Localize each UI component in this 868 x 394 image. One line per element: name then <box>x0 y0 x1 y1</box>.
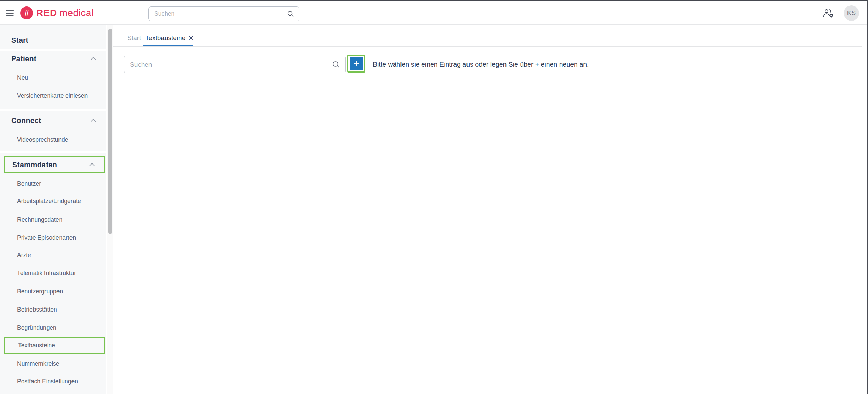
sidebar-group-label: Stammdaten <box>12 161 57 169</box>
sidebar-item-label: Nummernkreise <box>17 360 60 367</box>
sidebar-item-betriebsstaetten[interactable]: Betriebsstätten <box>0 303 106 316</box>
entry-search-input[interactable] <box>124 61 332 68</box>
sidebar-item-label: Neu <box>17 74 28 81</box>
sidebar-item-label: Videosprechstunde <box>17 136 68 143</box>
sidebar-item-videosprechstunde[interactable]: Videosprechstunde <box>0 133 106 146</box>
search-icon <box>287 10 294 18</box>
empty-state-message: Bitte wählen sie einen Eintrag aus oder … <box>373 61 589 68</box>
close-tab-icon[interactable]: × <box>188 35 193 41</box>
sidebar-item-label: Telematik Infrastruktur <box>17 270 76 277</box>
brand-logo[interactable]: # RED medical <box>20 1 94 25</box>
sidebar-group-label: Connect <box>11 117 41 125</box>
tab-label: Textbausteine <box>145 34 185 42</box>
tab-textbausteine[interactable]: Textbausteine × <box>145 32 193 43</box>
sidebar-item-label: Postfach Einstellungen <box>17 378 78 385</box>
sidebar-group-connect[interactable]: Connect <box>0 114 106 128</box>
entry-search-box <box>124 56 346 73</box>
sidebar-item-label: Rechnungsdaten <box>17 216 62 223</box>
sidebar-item-private-episodenarten[interactable]: Private Episodenarten <box>0 231 106 245</box>
sidebar-item-nummernkreise[interactable]: Nummernkreise <box>0 357 106 370</box>
add-entry-focus-ring: + <box>347 55 365 73</box>
sidebar-item-postfach-einstellungen[interactable]: Postfach Einstellungen <box>0 375 106 388</box>
sidebar-item-versichertenkarte-einlesen[interactable]: Versichertenkarte einlesen <box>0 89 106 103</box>
chevron-up-icon <box>91 57 96 62</box>
sidebar-item-benutzer[interactable]: Benutzer <box>0 177 106 191</box>
sidebar-item-arbeitsplaetze-endgeraete[interactable]: Arbeitsplätze/Endgeräte <box>0 194 106 208</box>
chevron-up-icon <box>89 163 95 168</box>
sidebar-group-label: Patient <box>11 55 36 63</box>
sidebar: Start Patient Neu Versichertenkarte einl… <box>0 25 113 394</box>
tab-bar: Start Textbausteine × <box>113 25 862 46</box>
app-window: # RED medical <box>0 0 868 394</box>
sidebar-item-label: Begründungen <box>17 324 56 331</box>
add-entry-button[interactable]: + <box>350 57 363 70</box>
sidebar-item-label: Benutzergruppen <box>17 288 63 295</box>
sidebar-item-start[interactable]: Start <box>0 34 106 47</box>
main-content: Start Textbausteine × + Bitte wählen sie… <box>113 25 862 394</box>
sidebar-group-patient[interactable]: Patient <box>0 52 106 66</box>
chevron-up-icon <box>91 119 96 124</box>
sidebar-item-label: Benutzer <box>17 180 41 187</box>
brand-hash-icon: # <box>20 6 33 19</box>
hamburger-bar <box>6 13 14 14</box>
sidebar-item-label: Arbeitsplätze/Endgeräte <box>17 198 81 205</box>
sidebar-item-label: Versichertenkarte einlesen <box>17 92 88 100</box>
sidebar-item-label: Ärzte <box>17 252 31 259</box>
brand-name-bold: RED <box>36 8 57 18</box>
sidebar-item-aerzte[interactable]: Ärzte <box>0 248 106 262</box>
hamburger-bar <box>6 10 14 11</box>
sidebar-item-benutzergruppen[interactable]: Benutzergruppen <box>0 285 106 298</box>
sidebar-scrollbar-track[interactable] <box>107 25 113 394</box>
sidebar-item-label: Betriebsstätten <box>17 306 57 313</box>
search-icon <box>332 60 340 69</box>
topbar-right-actions: KS <box>822 1 859 25</box>
sidebar-item-telematik-infrastruktur[interactable]: Telematik Infrastruktur <box>0 266 106 280</box>
hamburger-bar <box>6 15 14 16</box>
global-search-input[interactable] <box>149 10 287 17</box>
sidebar-item-rechnungsdaten[interactable]: Rechnungsdaten <box>0 213 106 226</box>
sidebar-group-stammdaten[interactable]: Stammdaten <box>4 156 105 173</box>
sidebar-item-label: Textbausteine <box>18 342 55 349</box>
sidebar-item-neu[interactable]: Neu <box>0 71 106 84</box>
sidebar-item-textbausteine[interactable]: Textbausteine <box>4 337 105 354</box>
top-bar: # RED medical <box>0 1 868 25</box>
sidebar-item-label: Private Episodenarten <box>17 234 76 241</box>
tab-start[interactable]: Start <box>127 32 141 43</box>
tab-label: Start <box>127 34 141 42</box>
sidebar-scrollbar-thumb[interactable] <box>108 29 112 234</box>
brand-name-light: medical <box>60 8 94 18</box>
tab-bar-divider <box>113 46 862 47</box>
global-search-box <box>148 6 299 21</box>
hamburger-menu-icon[interactable] <box>6 10 14 16</box>
sidebar-item-label: Start <box>11 36 28 45</box>
user-management-gear-icon[interactable] <box>822 8 834 18</box>
sidebar-item-begruendungen[interactable]: Begründungen <box>0 321 106 334</box>
user-avatar[interactable]: KS <box>844 5 859 21</box>
